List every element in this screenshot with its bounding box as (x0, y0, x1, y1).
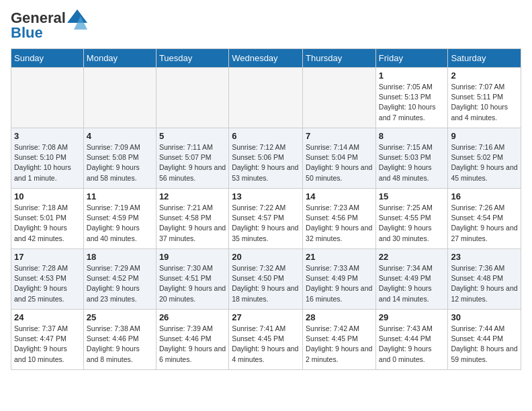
day-info: Sunrise: 7:22 AM Sunset: 4:57 PM Dayligh… (232, 203, 300, 244)
day-number: 13 (232, 191, 300, 201)
day-number: 9 (451, 131, 518, 141)
day-number: 7 (306, 131, 373, 141)
day-info: Sunrise: 7:32 AM Sunset: 4:50 PM Dayligh… (232, 263, 300, 304)
logo-icon (67, 9, 87, 30)
day-number: 23 (451, 252, 518, 262)
calendar-cell: 5Sunrise: 7:11 AM Sunset: 5:07 PM Daylig… (156, 128, 228, 189)
day-info: Sunrise: 7:38 AM Sunset: 4:46 PM Dayligh… (87, 324, 153, 365)
day-number: 4 (87, 131, 153, 141)
day-info: Sunrise: 7:12 AM Sunset: 5:06 PM Dayligh… (232, 142, 300, 183)
day-number: 24 (14, 312, 81, 322)
weekday-header: Monday (83, 49, 156, 68)
day-info: Sunrise: 7:26 AM Sunset: 4:54 PM Dayligh… (451, 203, 518, 244)
day-info: Sunrise: 7:19 AM Sunset: 4:59 PM Dayligh… (87, 203, 153, 244)
calendar-cell: 6Sunrise: 7:12 AM Sunset: 5:06 PM Daylig… (229, 128, 303, 189)
day-info: Sunrise: 7:09 AM Sunset: 5:08 PM Dayligh… (87, 142, 153, 183)
day-info: Sunrise: 7:43 AM Sunset: 4:44 PM Dayligh… (379, 324, 445, 365)
calendar-cell (83, 68, 156, 128)
day-info: Sunrise: 7:37 AM Sunset: 4:47 PM Dayligh… (14, 324, 81, 365)
day-number: 2 (451, 71, 518, 81)
day-number: 1 (379, 71, 445, 81)
calendar-week-row: 3Sunrise: 7:08 AM Sunset: 5:10 PM Daylig… (11, 128, 521, 189)
day-number: 26 (159, 312, 226, 322)
day-number: 10 (14, 191, 81, 201)
day-number: 22 (379, 252, 445, 262)
calendar-cell: 14Sunrise: 7:23 AM Sunset: 4:56 PM Dayli… (303, 189, 376, 249)
calendar-cell: 8Sunrise: 7:15 AM Sunset: 5:03 PM Daylig… (375, 128, 448, 189)
calendar-cell: 13Sunrise: 7:22 AM Sunset: 4:57 PM Dayli… (229, 189, 303, 249)
day-info: Sunrise: 7:33 AM Sunset: 4:49 PM Dayligh… (306, 263, 373, 304)
calendar-cell: 1Sunrise: 7:05 AM Sunset: 5:13 PM Daylig… (375, 68, 448, 128)
day-info: Sunrise: 7:08 AM Sunset: 5:10 PM Dayligh… (14, 142, 81, 183)
calendar-cell: 26Sunrise: 7:39 AM Sunset: 4:46 PM Dayli… (156, 310, 228, 370)
day-number: 19 (159, 252, 226, 262)
day-info: Sunrise: 7:05 AM Sunset: 5:13 PM Dayligh… (379, 82, 445, 123)
calendar-cell (229, 68, 303, 128)
weekday-header: Wednesday (229, 49, 303, 68)
day-number: 8 (379, 131, 445, 141)
day-info: Sunrise: 7:39 AM Sunset: 4:46 PM Dayligh… (159, 324, 226, 365)
calendar-cell: 16Sunrise: 7:26 AM Sunset: 4:54 PM Dayli… (448, 189, 521, 249)
day-number: 21 (306, 252, 373, 262)
day-number: 17 (14, 252, 81, 262)
day-number: 28 (306, 312, 373, 322)
day-info: Sunrise: 7:16 AM Sunset: 5:02 PM Dayligh… (451, 142, 518, 183)
svg-marker-0 (67, 9, 87, 23)
day-info: Sunrise: 7:18 AM Sunset: 5:01 PM Dayligh… (14, 203, 81, 244)
weekday-header: Saturday (448, 49, 521, 68)
logo-text: General Blue (11, 11, 66, 40)
calendar-cell (303, 68, 376, 128)
calendar-cell: 22Sunrise: 7:34 AM Sunset: 4:49 PM Dayli… (375, 249, 448, 310)
calendar-cell: 27Sunrise: 7:41 AM Sunset: 4:45 PM Dayli… (229, 310, 303, 370)
calendar-cell: 23Sunrise: 7:36 AM Sunset: 4:48 PM Dayli… (448, 249, 521, 310)
calendar-cell: 10Sunrise: 7:18 AM Sunset: 5:01 PM Dayli… (11, 189, 84, 249)
day-info: Sunrise: 7:25 AM Sunset: 4:55 PM Dayligh… (379, 203, 445, 244)
logo: General Blue (11, 11, 87, 40)
day-number: 6 (232, 131, 300, 141)
calendar-week-row: 1Sunrise: 7:05 AM Sunset: 5:13 PM Daylig… (11, 68, 521, 128)
calendar-cell (11, 68, 84, 128)
calendar-cell: 17Sunrise: 7:28 AM Sunset: 4:53 PM Dayli… (11, 249, 84, 310)
calendar-cell: 11Sunrise: 7:19 AM Sunset: 4:59 PM Dayli… (83, 189, 156, 249)
calendar-cell: 29Sunrise: 7:43 AM Sunset: 4:44 PM Dayli… (375, 310, 448, 370)
day-info: Sunrise: 7:44 AM Sunset: 4:44 PM Dayligh… (451, 324, 518, 365)
day-number: 15 (379, 191, 445, 201)
page-header: General Blue (11, 11, 521, 40)
day-info: Sunrise: 7:28 AM Sunset: 4:53 PM Dayligh… (14, 263, 81, 304)
day-number: 16 (451, 191, 518, 201)
calendar-cell: 12Sunrise: 7:21 AM Sunset: 4:58 PM Dayli… (156, 189, 228, 249)
day-number: 20 (232, 252, 300, 262)
day-number: 29 (379, 312, 445, 322)
logo-blue: Blue (11, 24, 43, 41)
day-info: Sunrise: 7:42 AM Sunset: 4:45 PM Dayligh… (306, 324, 373, 365)
day-info: Sunrise: 7:23 AM Sunset: 4:56 PM Dayligh… (306, 203, 373, 244)
day-number: 18 (87, 252, 153, 262)
calendar-cell: 21Sunrise: 7:33 AM Sunset: 4:49 PM Dayli… (303, 249, 376, 310)
day-number: 5 (159, 131, 226, 141)
calendar-week-row: 24Sunrise: 7:37 AM Sunset: 4:47 PM Dayli… (11, 310, 521, 370)
calendar-cell: 24Sunrise: 7:37 AM Sunset: 4:47 PM Dayli… (11, 310, 84, 370)
calendar-cell: 25Sunrise: 7:38 AM Sunset: 4:46 PM Dayli… (83, 310, 156, 370)
day-number: 14 (306, 191, 373, 201)
calendar-cell: 20Sunrise: 7:32 AM Sunset: 4:50 PM Dayli… (229, 249, 303, 310)
calendar-cell: 2Sunrise: 7:07 AM Sunset: 5:11 PM Daylig… (448, 68, 521, 128)
calendar-cell: 7Sunrise: 7:14 AM Sunset: 5:04 PM Daylig… (303, 128, 376, 189)
calendar-header-row: SundayMondayTuesdayWednesdayThursdayFrid… (11, 49, 521, 68)
day-info: Sunrise: 7:15 AM Sunset: 5:03 PM Dayligh… (379, 142, 445, 183)
weekday-header: Thursday (303, 49, 376, 68)
day-info: Sunrise: 7:41 AM Sunset: 4:45 PM Dayligh… (232, 324, 300, 365)
day-number: 11 (87, 191, 153, 201)
day-number: 3 (14, 131, 81, 141)
calendar-week-row: 10Sunrise: 7:18 AM Sunset: 5:01 PM Dayli… (11, 189, 521, 249)
day-info: Sunrise: 7:36 AM Sunset: 4:48 PM Dayligh… (451, 263, 518, 304)
day-number: 27 (232, 312, 300, 322)
weekday-header: Tuesday (156, 49, 228, 68)
calendar-table: SundayMondayTuesdayWednesdayThursdayFrid… (11, 48, 521, 370)
day-info: Sunrise: 7:11 AM Sunset: 5:07 PM Dayligh… (159, 142, 226, 183)
calendar-cell: 3Sunrise: 7:08 AM Sunset: 5:10 PM Daylig… (11, 128, 84, 189)
calendar-cell: 18Sunrise: 7:29 AM Sunset: 4:52 PM Dayli… (83, 249, 156, 310)
calendar-cell: 28Sunrise: 7:42 AM Sunset: 4:45 PM Dayli… (303, 310, 376, 370)
day-number: 12 (159, 191, 226, 201)
weekday-header: Sunday (11, 49, 84, 68)
day-info: Sunrise: 7:30 AM Sunset: 4:51 PM Dayligh… (159, 263, 226, 304)
